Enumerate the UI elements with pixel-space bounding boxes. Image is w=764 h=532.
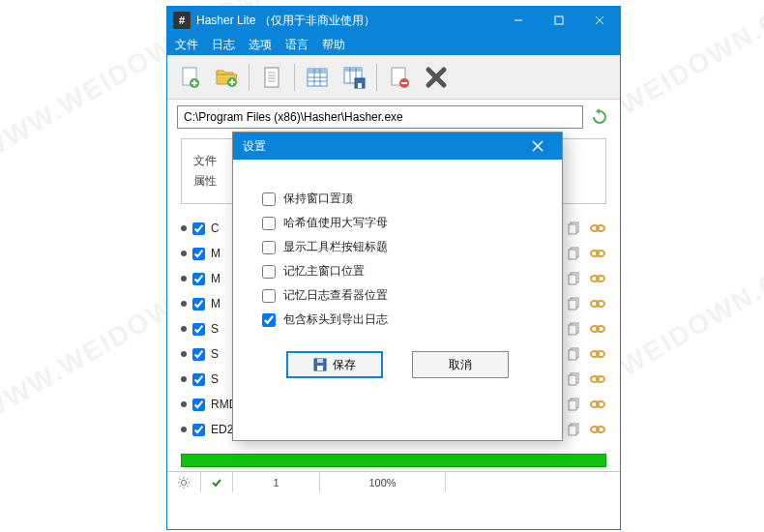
minimize-button[interactable] (498, 7, 539, 34)
svg-rect-46 (569, 300, 576, 310)
copy-icon[interactable] (566, 270, 583, 287)
toolbar-separator (376, 64, 377, 91)
check-icon (211, 477, 222, 488)
link-icon[interactable] (589, 320, 606, 338)
save-icon (313, 358, 327, 371)
copy-icon[interactable] (566, 220, 583, 237)
attr-label: 属性 (193, 174, 217, 188)
toolbar-separator (249, 64, 250, 91)
dialog-titlebar: 设置 (233, 133, 562, 160)
settings-option[interactable]: 包含标头到导出日志 (262, 311, 533, 328)
copy-icon[interactable] (566, 295, 583, 312)
settings-option[interactable]: 记忆日志查看器位置 (262, 287, 533, 304)
hash-checkbox[interactable] (192, 298, 205, 310)
option-checkbox[interactable] (262, 192, 276, 206)
remove-icon[interactable] (383, 61, 416, 94)
bullet-icon (181, 401, 187, 407)
link-icon[interactable] (589, 295, 606, 312)
menu-options[interactable]: 选项 (249, 37, 272, 53)
option-label: 包含标头到导出日志 (283, 311, 388, 328)
new-file-icon[interactable] (173, 61, 206, 94)
dialog-title: 设置 (243, 138, 266, 155)
link-icon[interactable] (589, 220, 606, 237)
table-icon[interactable] (301, 61, 334, 94)
settings-dialog: 设置 保持窗口置顶哈希值使用大写字母显示工具栏按钮标题记忆主窗口位置记忆日志查看… (232, 132, 563, 441)
toolbar-separator (294, 64, 295, 91)
path-input[interactable] (177, 105, 583, 129)
hash-checkbox[interactable] (192, 273, 205, 285)
menu-file[interactable]: 文件 (175, 37, 198, 53)
link-icon[interactable] (589, 396, 606, 413)
settings-option[interactable]: 记忆主窗口位置 (262, 263, 533, 280)
toolbar (167, 55, 620, 100)
bullet-icon (181, 276, 187, 281)
settings-option[interactable]: 显示工具栏按钮标题 (262, 239, 533, 255)
svg-rect-73 (317, 366, 323, 370)
progress-bar (181, 454, 606, 467)
statusbar: 1 100% (167, 471, 620, 492)
app-icon: # (173, 12, 191, 29)
file-label: 文件 (193, 154, 217, 167)
hash-checkbox[interactable] (192, 323, 205, 336)
copy-icon[interactable] (566, 245, 583, 262)
settings-option[interactable]: 保持窗口置顶 (262, 191, 533, 207)
open-folder-icon[interactable] (210, 61, 243, 94)
menu-log[interactable]: 日志 (212, 37, 235, 53)
hash-checkbox[interactable] (192, 222, 205, 235)
link-icon[interactable] (589, 345, 606, 363)
svg-rect-62 (569, 400, 576, 410)
svg-rect-66 (569, 426, 576, 435)
dialog-body: 保持窗口置顶哈希值使用大写字母显示工具栏按钮标题记忆主窗口位置记忆日志查看器位置… (233, 160, 562, 396)
option-label: 记忆日志查看器位置 (283, 287, 388, 304)
option-checkbox[interactable] (262, 313, 276, 327)
hash-checkbox[interactable] (192, 348, 205, 361)
path-row (167, 100, 620, 134)
svg-rect-74 (317, 359, 323, 363)
hash-checkbox[interactable] (192, 424, 205, 436)
link-icon[interactable] (589, 370, 606, 388)
svg-rect-23 (344, 68, 362, 72)
maximize-button[interactable] (539, 7, 579, 34)
status-percent: 100% (320, 472, 446, 492)
svg-rect-38 (569, 250, 576, 259)
copy-icon[interactable] (566, 345, 583, 363)
window-title: Hasher Lite （仅用于非商业使用） (196, 13, 498, 29)
menu-help[interactable]: 帮助 (322, 37, 345, 53)
svg-rect-27 (358, 83, 362, 88)
menu-language[interactable]: 语言 (285, 37, 309, 53)
copy-icon[interactable] (566, 320, 583, 338)
copy-icon[interactable] (566, 421, 583, 438)
bullet-icon (181, 225, 187, 231)
settings-option[interactable]: 哈希值使用大写字母 (262, 215, 533, 231)
bullet-icon (181, 251, 187, 256)
gear-icon[interactable] (177, 476, 191, 489)
svg-rect-11 (265, 68, 279, 87)
hash-checkbox[interactable] (192, 399, 205, 411)
option-label: 哈希值使用大写字母 (283, 215, 388, 231)
svg-rect-58 (569, 375, 576, 385)
option-checkbox[interactable] (262, 289, 276, 303)
save-button[interactable]: 保存 (286, 351, 383, 378)
option-label: 记忆主窗口位置 (283, 263, 365, 280)
cancel-button[interactable]: 取消 (412, 351, 509, 378)
refresh-icon[interactable] (589, 106, 610, 128)
hash-checkbox[interactable] (192, 248, 205, 260)
copy-icon[interactable] (566, 370, 583, 388)
svg-rect-34 (569, 224, 576, 234)
cancel-icon[interactable] (420, 61, 453, 94)
option-checkbox[interactable] (262, 265, 276, 279)
svg-rect-1 (555, 16, 563, 24)
link-icon[interactable] (589, 245, 606, 262)
option-checkbox[interactable] (262, 217, 276, 230)
cancel-button-label: 取消 (449, 357, 472, 373)
option-checkbox[interactable] (262, 241, 276, 254)
dialog-close-button[interactable] (523, 133, 552, 160)
link-icon[interactable] (589, 270, 606, 287)
close-button[interactable] (579, 7, 620, 34)
table-save-icon[interactable] (338, 61, 370, 94)
copy-icon[interactable] (566, 396, 583, 413)
document-icon[interactable] (255, 61, 288, 94)
hash-checkbox[interactable] (192, 373, 205, 386)
menubar: 文件 日志 选项 语言 帮助 (167, 34, 620, 55)
link-icon[interactable] (589, 421, 606, 438)
